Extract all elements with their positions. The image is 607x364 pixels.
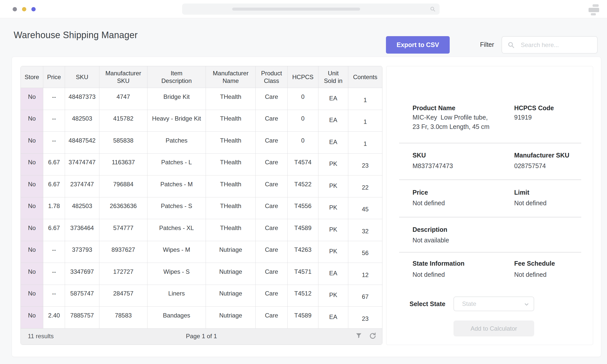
manufacturer-sku-label: Manufacturer SKU: [514, 152, 569, 159]
table-cell: T4589: [288, 306, 318, 328]
table-cell: 1.78: [43, 197, 65, 219]
column-header[interactable]: Product Class: [256, 66, 288, 88]
table-row[interactable]: No6.67374747471163637Patches - LTHealthC…: [21, 153, 382, 175]
table-row[interactable]: No6.673736464574777Patches - XLTHealthCa…: [21, 219, 382, 241]
table-cell: T4556: [288, 197, 318, 219]
chevron-down-icon: [524, 302, 529, 307]
table-cell: 2.40: [43, 306, 65, 328]
table-cell: THealth: [206, 153, 256, 175]
table-cell: 67: [348, 285, 382, 307]
table-cell: 415782: [99, 110, 147, 132]
filter-search-input[interactable]: [521, 37, 594, 53]
column-header[interactable]: HCPCS: [288, 66, 318, 88]
column-header[interactable]: Unit Sold in: [318, 66, 348, 88]
table-cell: Liners: [147, 285, 206, 307]
window-control-dot-3[interactable]: [31, 7, 36, 11]
table-cell: No: [21, 241, 43, 263]
table-cell: 482503: [65, 110, 99, 132]
table-cell: EA: [318, 110, 348, 132]
column-header[interactable]: Price: [43, 66, 65, 88]
table-cell: THealth: [206, 175, 256, 197]
products-table: StorePriceSKUManufacturer SKUItem Descri…: [20, 66, 382, 345]
table-row[interactable]: No--482503415782Heavy - Bridge KitTHealt…: [21, 110, 382, 132]
table-cell: THealth: [206, 219, 256, 241]
sku-value: M8373747473: [413, 161, 453, 171]
add-to-calculator-button[interactable]: Add to Calculator: [453, 321, 534, 336]
table-cell: No: [21, 88, 43, 110]
limit-label: Limit: [514, 189, 529, 196]
column-header[interactable]: Contents: [348, 66, 382, 88]
table-cell: Care: [256, 241, 288, 263]
table-cell: Care: [256, 88, 288, 110]
table-cell: Bridge Kit: [147, 88, 206, 110]
fee-schedule-value: Not defined: [514, 270, 547, 279]
filter-funnel-icon[interactable]: [355, 332, 362, 339]
table-cell: 23: [348, 153, 382, 175]
table-cell: Care: [256, 110, 288, 132]
table-cell: No: [21, 263, 43, 285]
refresh-icon[interactable]: [369, 332, 376, 339]
table-footer: 11 results Page 1 of 1: [21, 328, 382, 345]
table-cell: Nutriage: [206, 285, 256, 307]
table-cell: No: [21, 153, 43, 175]
state-select-placeholder: State: [462, 300, 476, 307]
table-cell: 0: [288, 110, 318, 132]
table-row[interactable]: No--3737938937627Wipes - MNutriageCareT4…: [21, 241, 382, 263]
table-cell: THealth: [206, 88, 256, 110]
table-cell: EA: [318, 306, 348, 328]
column-header[interactable]: SKU: [65, 66, 99, 88]
table-row[interactable]: No1.7848250326363636Patches - STHealthCa…: [21, 197, 382, 219]
pagination-status: Page 1 of 1: [21, 333, 382, 340]
column-header[interactable]: Manufacturer Name: [206, 66, 256, 88]
table-cell: Wipes - S: [147, 263, 206, 285]
table-cell: 284757: [99, 285, 147, 307]
table-cell: PK: [318, 175, 348, 197]
browser-address-bar[interactable]: [182, 4, 440, 15]
table-cell: 585838: [99, 131, 147, 153]
table-row[interactable]: No--484873734747Bridge KitTHealthCare0EA…: [21, 88, 382, 110]
hcpcs-code-label: HCPCS Code: [514, 104, 554, 112]
table-cell: 3736464: [65, 219, 99, 241]
table-row[interactable]: No6.672374747796884Patches - MTHealthCar…: [21, 175, 382, 197]
column-header[interactable]: Manufacturer SKU: [99, 66, 147, 88]
table-cell: PK: [318, 241, 348, 263]
table-cell: No: [21, 175, 43, 197]
page-title: Warehouse Shipping Manager: [14, 30, 138, 40]
table-cell: 48487542: [65, 131, 99, 153]
table-cell: Nutriage: [206, 263, 256, 285]
table-cell: 0: [288, 131, 318, 153]
column-header[interactable]: Item Description: [147, 66, 206, 88]
description-label: Description: [413, 226, 447, 233]
filter-label: Filter: [480, 41, 494, 48]
table-cell: T4263: [288, 241, 318, 263]
table-cell: --: [43, 263, 65, 285]
table-cell: Patches - XL: [147, 219, 206, 241]
table-cell: THealth: [206, 131, 256, 153]
table-cell: 23: [348, 306, 382, 328]
table-row[interactable]: No--5875747284757LinersNutriageCareT4512…: [21, 285, 382, 307]
product-name-label: Product Name: [413, 104, 455, 112]
table-row[interactable]: No--3347697172727Wipes - SNutriageCareT4…: [21, 263, 382, 285]
table-row[interactable]: No--48487542585838PatchesTHealthCare0EA1: [21, 131, 382, 153]
browser-menu-icon[interactable]: [589, 4, 599, 14]
table-cell: 373793: [65, 241, 99, 263]
table-cell: 22: [348, 175, 382, 197]
state-information-label: State Information: [413, 260, 465, 267]
table-row[interactable]: No2.40788575778583BandagesNutriageCareT4…: [21, 306, 382, 328]
hcpcs-code-value: 91919: [514, 113, 532, 122]
table-cell: Bandages: [147, 306, 206, 328]
table-cell: Care: [256, 219, 288, 241]
table-cell: 1163637: [99, 153, 147, 175]
table-cell: 7885757: [65, 306, 99, 328]
window-control-dot-2[interactable]: [22, 7, 26, 11]
filter-search-field[interactable]: [502, 36, 598, 54]
table-cell: 26363636: [99, 197, 147, 219]
table-cell: PK: [318, 197, 348, 219]
table-cell: 6.67: [43, 153, 65, 175]
column-header[interactable]: Store: [21, 66, 43, 88]
export-csv-button[interactable]: Export to CSV: [386, 36, 450, 54]
window-control-dot-1[interactable]: [13, 7, 17, 11]
description-value: Not available: [413, 236, 449, 245]
state-select-dropdown[interactable]: State: [453, 297, 534, 311]
table-cell: 6.67: [43, 219, 65, 241]
